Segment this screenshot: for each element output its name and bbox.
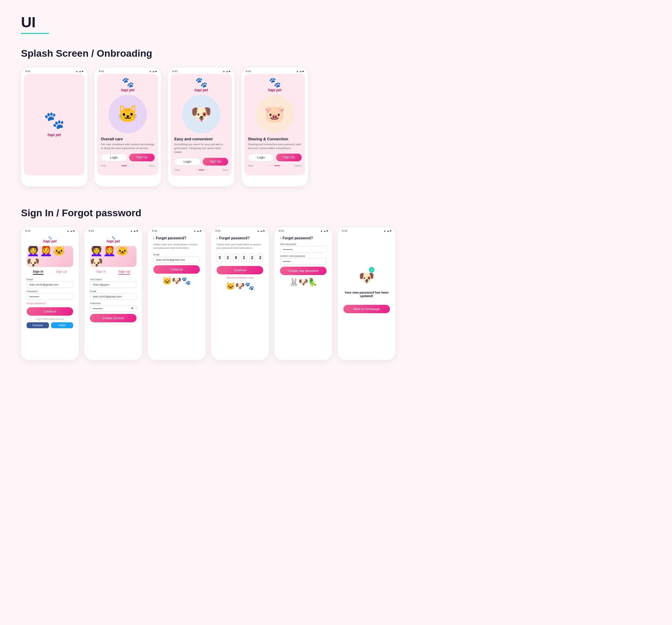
signin-logo-text: hapi pet	[27, 239, 73, 243]
onboard2-signup-btn[interactable]: Sign Up	[203, 158, 228, 166]
onboard3-login-btn[interactable]: Login	[248, 154, 274, 161]
onboard2-paw: 🐾	[174, 77, 228, 88]
status-icons-fp2: ▲ ☁ ■	[257, 230, 265, 232]
continue-button[interactable]: Continue	[27, 307, 73, 316]
ca-password-group: Password ••••••••••👁	[90, 302, 136, 312]
email-input[interactable]: toan.nt141@gmail.com	[27, 281, 73, 288]
onboard1-skip[interactable]: Skip	[101, 164, 106, 167]
status-icons-ob1: ▲ ☁ ■	[149, 70, 157, 73]
name-field-group: Your name Toan Nguyen	[90, 278, 136, 288]
splash-logo-text: hapi pet	[48, 133, 61, 137]
onboard2-desc: Everything you need for your pet with a …	[174, 142, 228, 154]
onboard1-logo: 🐾 hapi pet	[101, 77, 155, 92]
twitter-button[interactable]: Twitter	[51, 322, 74, 328]
onboard2-skip[interactable]: Skip	[174, 168, 180, 171]
confirm-pw-input[interactable]: ••••••••	[280, 258, 327, 265]
onboard1-title: Overall care	[101, 137, 155, 141]
create-account-button[interactable]: Create Account	[90, 314, 136, 322]
ca-avatar-group: 👩‍🦱👩‍🦰🐱🐶	[90, 246, 136, 267]
success-dog-emoji: 🐶	[359, 271, 374, 285]
fp1-email-label: Email	[153, 253, 200, 256]
success-screen: 9:41 ▲ ☁ ■ 🐶 ✓ Your new password has bee…	[338, 227, 396, 360]
forgot-screen-3: 9:41 ▲ ☁ ■ ‹ Forget password? New passwo…	[274, 227, 332, 360]
status-time-fp3: 9:41	[279, 229, 284, 232]
page-title: UI	[21, 14, 651, 31]
onboard2-login-btn[interactable]: Login	[174, 158, 201, 166]
fp1-back-icon[interactable]: ‹	[153, 236, 154, 240]
onboard1-signup-btn[interactable]: Sign Up	[129, 154, 155, 161]
status-icons-ob2: ▲ ☁ ■	[223, 70, 230, 73]
onboard1-next[interactable]: Next	[149, 164, 155, 167]
facebook-button[interactable]: Facebook	[27, 322, 49, 328]
fp2-continue-button[interactable]: Continue	[217, 266, 263, 274]
password-label: Password	[27, 290, 73, 293]
new-pw-input[interactable]: ••••••••••	[280, 246, 327, 253]
otp-box-1[interactable]: 3	[217, 253, 223, 262]
otp-box-3[interactable]: 9	[233, 253, 239, 262]
onboard2-next[interactable]: Next	[223, 168, 228, 171]
status-time-si: 9:41	[25, 229, 31, 232]
otp-box-5[interactable]: 2	[249, 253, 255, 262]
onboard1-illustration: 🐱	[108, 95, 147, 133]
signin-logo: 🐾 hapi pet	[27, 236, 73, 243]
status-time-su: 9:41	[342, 229, 348, 232]
onboard1-skip-row: Skip Next	[101, 164, 155, 167]
fp2-back-icon[interactable]: ‹	[217, 236, 218, 240]
onboard-screen-1: 9:41 ▲ ☁ ■ 🐾 hapi pet 🐱 Overall care Pet…	[94, 68, 161, 187]
onboard3-btn-row: Login Sign Up	[248, 154, 302, 161]
onboard3-skip[interactable]: Skip	[248, 164, 253, 167]
success-message: Your new password has been updated!	[343, 291, 390, 298]
onboard3-signup-btn[interactable]: Sign Up	[276, 154, 302, 161]
signin-tabs: Sign In Sign Up	[27, 270, 73, 275]
success-dog-container: 🐶 ✓	[359, 267, 374, 288]
tab-signup-ca[interactable]: Sign Up	[118, 270, 130, 275]
password-field-group: Password ••••••••••	[27, 290, 73, 300]
create-new-password-button[interactable]: Create new password	[280, 267, 327, 275]
status-icons-si: ▲ ☁ ■	[67, 230, 75, 232]
back-to-homepage-button[interactable]: Back to homepage	[343, 305, 390, 313]
onboard3-finish[interactable]: Finish	[294, 164, 302, 167]
otp-box-2[interactable]: 2	[225, 253, 231, 262]
password-input[interactable]: ••••••••••	[27, 293, 73, 300]
ca-password-input[interactable]: ••••••••••👁	[90, 305, 136, 312]
status-icons-ob3: ▲ ☁ ■	[296, 70, 304, 73]
ca-logo-text: hapi pet	[90, 239, 136, 243]
tab-signup[interactable]: Sign Up	[56, 270, 67, 275]
fp1-email-input[interactable]: toan.nt141@gmail.com	[153, 257, 200, 263]
fp1-desc: Please enter your email below to receive…	[153, 243, 200, 250]
fp3-back-row: ‹ Forget password?	[280, 236, 327, 240]
otp-box-4[interactable]: 2	[241, 253, 247, 262]
onboard3-desc: Sharing and connection your passions wit…	[248, 142, 302, 150]
dot-active-2	[198, 169, 204, 170]
new-pw-group: New password ••••••••••	[280, 243, 327, 253]
resend-link[interactable]: Resend verification code	[217, 276, 263, 279]
ca-email-input[interactable]: toan.nt141@gmail.com	[90, 293, 136, 300]
otp-box-6[interactable]: 2	[257, 253, 263, 262]
title-underline	[21, 33, 49, 34]
dot-inactive-1b	[132, 165, 134, 166]
fp3-title: Forget password?	[282, 236, 313, 240]
onboard1-paw: 🐾	[101, 77, 155, 88]
status-time-fp2: 9:41	[215, 229, 221, 232]
name-input[interactable]: Toan Nguyen	[90, 281, 136, 288]
forgot-password-link[interactable]: Forgot password?	[27, 302, 73, 304]
status-time-fp1: 9:41	[152, 229, 158, 232]
tab-signin-ca[interactable]: Sign In	[96, 270, 106, 275]
fp2-desc: Please enter your email below to receive…	[217, 243, 263, 250]
ca-logo: 🐾 hapi pet	[90, 236, 136, 243]
ca-email-label: Email	[90, 290, 136, 293]
social-buttons: Facebook Twitter	[27, 322, 73, 328]
onboard2-logo-text: hapi pet	[174, 88, 228, 92]
fp1-continue-button[interactable]: Continue	[153, 265, 200, 274]
status-icons-fp1: ▲ ☁ ■	[194, 230, 201, 232]
create-account-screen: 9:41 ▲ ☁ ■ 🐾 hapi pet 👩‍🦱👩‍🦰🐱🐶 Sign In S…	[84, 227, 142, 360]
onboard2-logo: 🐾 hapi pet	[174, 77, 228, 92]
forgot-screen-2: 9:41 ▲ ☁ ■ ‹ Forget password? Please ent…	[211, 227, 269, 360]
splash-screen: 9:41 ▲ ☁ ■ 🐾 hapi pet	[21, 68, 88, 187]
onboard1-login-btn[interactable]: Login	[101, 154, 127, 161]
fp1-pets-illustration: 🐱🐶🐾	[153, 276, 200, 286]
onboard3-logo: 🐾 hapi pet	[248, 77, 302, 92]
tab-signin[interactable]: Sign In	[33, 270, 43, 275]
onboard2-skip-row: Skip Next	[174, 168, 228, 171]
fp3-back-icon[interactable]: ‹	[280, 236, 281, 240]
